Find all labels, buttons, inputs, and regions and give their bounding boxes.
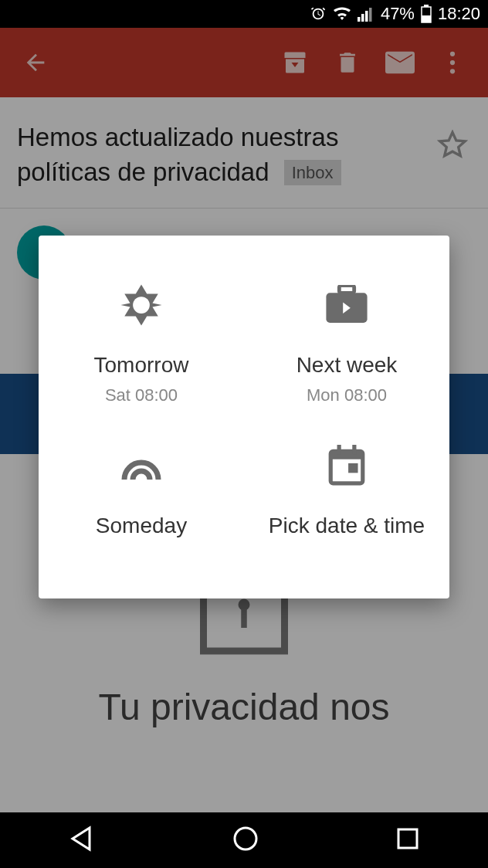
clock-time: 18:20 bbox=[438, 4, 480, 24]
svg-rect-15 bbox=[339, 286, 354, 293]
snooze-next-week-subtitle: Mon 08:00 bbox=[307, 385, 387, 405]
snooze-tomorrow[interactable]: Tomorrow Sat 08:00 bbox=[39, 266, 244, 427]
wifi-icon bbox=[333, 6, 351, 22]
battery-percent: 47% bbox=[381, 4, 415, 24]
android-nav-bar bbox=[0, 812, 488, 868]
nav-back-button[interactable] bbox=[68, 825, 96, 856]
snooze-next-week[interactable]: Next week Mon 08:00 bbox=[244, 266, 449, 427]
svg-rect-18 bbox=[330, 451, 363, 459]
calendar-icon bbox=[327, 441, 366, 490]
snooze-pick-title: Pick date & time bbox=[269, 514, 425, 538]
battery-icon bbox=[421, 5, 432, 23]
svg-rect-2 bbox=[365, 11, 368, 22]
svg-rect-20 bbox=[352, 445, 356, 454]
snooze-next-week-title: Next week bbox=[297, 353, 398, 378]
svg-marker-22 bbox=[73, 828, 90, 849]
svg-rect-3 bbox=[369, 8, 372, 22]
nav-home-button[interactable] bbox=[232, 825, 259, 856]
svg-rect-24 bbox=[398, 829, 417, 848]
snooze-tomorrow-subtitle: Sat 08:00 bbox=[105, 385, 178, 405]
svg-rect-19 bbox=[337, 445, 341, 454]
svg-rect-0 bbox=[358, 17, 361, 22]
snooze-someday[interactable]: Someday bbox=[39, 427, 244, 560]
snooze-dialog: Tomorrow Sat 08:00 Next week Mon 08:00 S… bbox=[39, 236, 449, 598]
snooze-pick-date[interactable]: Pick date & time bbox=[244, 427, 449, 560]
nav-recent-button[interactable] bbox=[395, 826, 420, 854]
svg-rect-1 bbox=[361, 14, 364, 22]
svg-rect-21 bbox=[348, 463, 358, 473]
svg-point-23 bbox=[235, 828, 256, 849]
snooze-someday-title: Someday bbox=[96, 514, 187, 538]
status-bar: 47% 18:20 bbox=[0, 0, 488, 28]
svg-point-14 bbox=[133, 297, 150, 314]
snooze-tomorrow-title: Tomorrow bbox=[94, 353, 189, 378]
briefcase-icon bbox=[324, 280, 369, 330]
alarm-icon bbox=[310, 5, 327, 22]
rainbow-icon bbox=[120, 441, 163, 490]
signal-icon bbox=[358, 6, 374, 22]
sun-icon bbox=[119, 280, 164, 330]
svg-rect-6 bbox=[422, 15, 431, 22]
